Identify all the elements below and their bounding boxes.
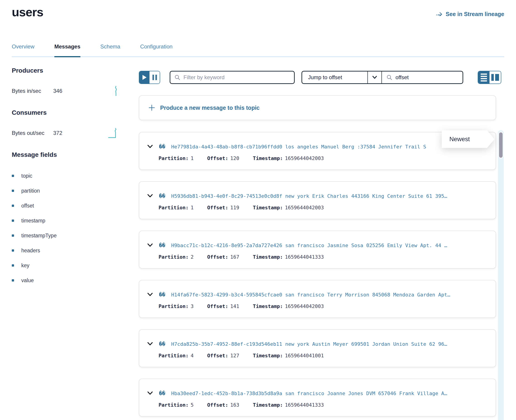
tab-label: Overview	[12, 44, 34, 50]
message-row[interactable]: �� H9bacc71c-b12c-4216-8e95-2a7da727e426…	[139, 231, 496, 269]
stream-lineage-link[interactable]: See in Stream lineage	[436, 11, 504, 17]
message-field-item[interactable]: timestamp	[12, 213, 128, 228]
field-label: key	[21, 262, 30, 269]
view-toggle-group	[478, 71, 501, 84]
search-icon	[174, 75, 180, 80]
offset-meta: Offset:119	[207, 205, 239, 210]
field-bullet-icon	[12, 279, 14, 282]
partition-value: 4	[191, 353, 193, 359]
pause-icon	[153, 75, 157, 80]
message-row[interactable]: �� H7cda825b-35b7-4952-88ef-c193d546eb11…	[139, 329, 496, 367]
expand-chevron-icon[interactable]	[147, 243, 153, 248]
keyword-filter-input[interactable]	[184, 74, 290, 81]
timestamp-meta: Timestamp:1659644042003	[253, 303, 324, 309]
partition-value: 1	[191, 205, 193, 210]
message-field-item[interactable]: key	[12, 258, 128, 273]
field-bullet-icon	[12, 205, 14, 207]
tab[interactable]: Configuration	[140, 44, 173, 57]
sidebar: Producers Bytes in/sec 346 Consumers Byt…	[12, 67, 128, 288]
message-field-item[interactable]: partition	[12, 183, 128, 198]
scrollbar-thumb[interactable]	[499, 132, 503, 158]
play-button[interactable]	[139, 71, 149, 83]
message-row[interactable]: �� Hba30eed7-1edc-452b-8b1a-738d3b5d8a9a…	[139, 379, 496, 417]
tab-label: Messages	[54, 44, 80, 50]
unknown-char-glyphs: ��	[159, 341, 165, 347]
timestamp-label: Timestamp:	[253, 156, 283, 161]
chevron-down-icon	[372, 75, 377, 79]
message-field-item[interactable]: timestampType	[12, 228, 128, 243]
timestamp-meta: Timestamp:1659644041333	[253, 402, 324, 408]
offset-value: 127	[230, 353, 239, 359]
partition-meta: Partition:2	[159, 254, 194, 260]
offset-label: Offset:	[207, 353, 228, 359]
column-view-button[interactable]	[490, 71, 501, 83]
offset-search	[382, 72, 462, 83]
bytes-out-row: Bytes out/sec 372	[12, 128, 128, 138]
tab[interactable]: Messages	[54, 44, 80, 57]
partition-label: Partition:	[159, 353, 188, 359]
jump-to-offset-select[interactable]: Jump to offset	[302, 72, 367, 83]
partition-value: 1	[191, 156, 193, 161]
message-field-item[interactable]: topic	[12, 168, 128, 183]
field-label: timestamp	[21, 218, 45, 224]
offset-search-input[interactable]	[395, 74, 463, 81]
column-view-icon	[491, 74, 499, 81]
field-bullet-icon	[12, 264, 14, 267]
main-panel: Jump to offset	[139, 71, 501, 417]
bytes-in-value: 346	[53, 88, 62, 94]
messages-toolbar: Jump to offset	[139, 71, 501, 84]
pause-button[interactable]	[149, 71, 160, 83]
play-icon	[142, 75, 146, 80]
jump-select-chevron-button[interactable]	[367, 72, 382, 83]
offset-meta: Offset:167	[207, 254, 239, 260]
offset-value: 141	[230, 303, 239, 309]
tab[interactable]: Schema	[100, 44, 120, 57]
tab-label: Schema	[100, 44, 120, 50]
expand-chevron-icon[interactable]	[147, 391, 153, 396]
tab[interactable]: Overview	[12, 44, 34, 57]
partition-meta: Partition:5	[159, 402, 194, 408]
partition-value: 3	[191, 303, 193, 309]
timestamp-label: Timestamp:	[253, 205, 283, 210]
message-row[interactable]: �� H5936db81-b943-4e0f-8c29-74513e0c0d8f…	[139, 181, 496, 219]
offset-value: 163	[230, 402, 239, 408]
field-bullet-icon	[12, 249, 14, 252]
timestamp-value: 1659644042003	[285, 303, 324, 309]
message-key: He77981da-4a43-48ab-b8f8-cb71b96ffdd0 lo…	[171, 144, 426, 150]
partition-meta: Partition:3	[159, 303, 194, 309]
bytes-out-sparkline	[108, 128, 118, 138]
offset-label: Offset:	[207, 205, 228, 210]
partition-meta: Partition:1	[159, 205, 194, 210]
message-key: H14fa67fe-5823-4299-b3c4-595845cfcae0 sa…	[171, 292, 450, 298]
timestamp-label: Timestamp:	[253, 254, 283, 260]
bytes-in-row: Bytes in/sec 346	[12, 86, 128, 96]
scrollbar-track[interactable]	[498, 130, 504, 420]
offset-meta: Offset:127	[207, 353, 239, 359]
list-view-button[interactable]	[478, 71, 490, 83]
timestamp-meta: Timestamp:1659644042003	[253, 205, 324, 210]
produce-message-button[interactable]: Produce a new message to this topic	[139, 95, 496, 120]
list-view-icon	[481, 74, 487, 82]
unknown-char-glyphs: ��	[159, 292, 165, 298]
message-list: �� He77981da-4a43-48ab-b8f8-cb71b96ffdd0…	[139, 132, 496, 417]
message-field-item[interactable]: headers	[12, 243, 128, 258]
stream-lineage-label: See in Stream lineage	[446, 11, 504, 17]
unknown-char-glyphs: ��	[159, 242, 165, 248]
timestamp-meta: Timestamp:1659644041333	[253, 254, 324, 260]
expand-chevron-icon[interactable]	[147, 194, 153, 198]
expand-chevron-icon[interactable]	[147, 342, 153, 346]
message-row[interactable]: �� H14fa67fe-5823-4299-b3c4-595845cfcae0…	[139, 280, 496, 318]
unknown-char-glyphs: ��	[159, 390, 165, 396]
partition-label: Partition:	[159, 254, 188, 260]
offset-value: 167	[230, 254, 239, 260]
newest-tooltip: Newest	[442, 130, 494, 148]
expand-chevron-icon[interactable]	[147, 292, 153, 297]
timestamp-label: Timestamp:	[253, 402, 283, 408]
message-key: H7cda825b-35b7-4952-88ef-c193d546eb11 ne…	[171, 341, 447, 347]
expand-chevron-icon[interactable]	[147, 144, 153, 149]
newest-tooltip-label: Newest	[449, 136, 470, 143]
message-fields-heading: Message fields	[12, 151, 128, 158]
message-field-item[interactable]: value	[12, 273, 128, 288]
message-field-item[interactable]: offset	[12, 198, 128, 213]
unknown-char-glyphs: ��	[159, 144, 165, 150]
